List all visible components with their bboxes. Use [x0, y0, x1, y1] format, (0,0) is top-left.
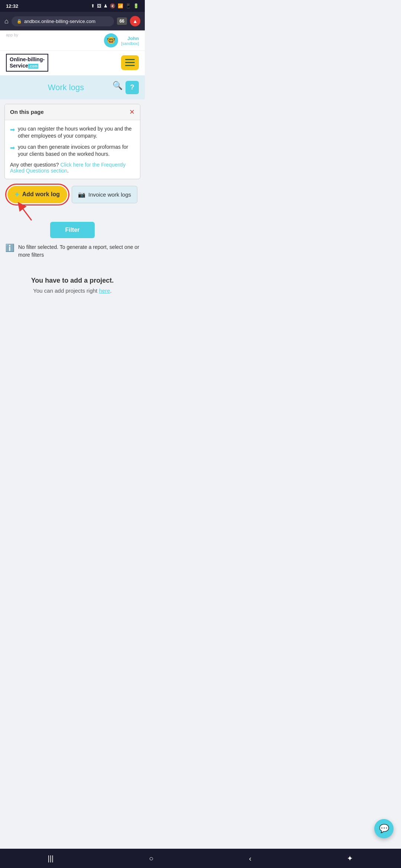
- arrow-up-icon: ▲: [133, 18, 138, 24]
- app-by-label: app by: [6, 33, 18, 37]
- page-title: Work logs: [19, 83, 113, 92]
- page-title-bar: Work logs 🔍 ?: [0, 76, 145, 99]
- url-text: andbox.online-billing-service.com: [24, 19, 95, 24]
- wifi-icon: 📶: [118, 3, 123, 9]
- invoice-work-logs-label: Invoice work logs: [88, 191, 131, 198]
- avatar: 🤓: [104, 33, 118, 47]
- url-bar[interactable]: 🔒 andbox.online-billing-service.com: [12, 16, 114, 26]
- hamburger-menu-button[interactable]: [121, 55, 139, 70]
- title-actions: 🔍 ?: [113, 81, 139, 94]
- faq-text: Any other questions? Click here for the …: [10, 162, 135, 174]
- faq-prefix: Any other questions?: [10, 162, 59, 168]
- project-msg-sub: You can add projects right here.: [7, 287, 137, 294]
- tab-count[interactable]: 66: [117, 17, 127, 25]
- add-worklog-label: Add work log: [22, 191, 60, 198]
- user-role: [sandbox]: [121, 41, 139, 46]
- hamburger-line: [125, 59, 135, 60]
- project-link[interactable]: here: [99, 287, 110, 294]
- add-worklog-wrapper: + Add work log: [7, 186, 67, 203]
- arrow-annotation: [15, 202, 37, 224]
- plus-icon: +: [15, 190, 19, 199]
- browser-bar: ⌂ 🔒 andbox.online-billing-service.com 66…: [0, 12, 145, 30]
- user-name: John: [121, 36, 139, 41]
- logo: Online-billing- Service.com: [6, 54, 48, 72]
- project-message: You have to add a project. You can add p…: [0, 266, 145, 305]
- help-button[interactable]: ?: [125, 81, 139, 94]
- image-icon: 🖼: [97, 3, 101, 9]
- info-box-header: On this page ✕: [5, 104, 140, 120]
- upload-icon: ⬆: [91, 3, 95, 9]
- arrow-icon-1: ➡: [10, 126, 15, 140]
- info-item-2: ➡ you can then generate invoices or prof…: [10, 144, 135, 158]
- filter-notice-text: No filter selected. To generate a report…: [18, 243, 140, 259]
- signal-icon: 📱: [125, 3, 131, 9]
- home-icon[interactable]: ⌂: [4, 17, 9, 25]
- logo-area: Online-billing- Service.com: [0, 51, 145, 76]
- header-right: 🤓 John [sandbox]: [104, 33, 139, 47]
- notice-icon: ℹ️: [5, 243, 14, 252]
- add-work-log-button[interactable]: + Add work log: [7, 186, 67, 203]
- filter-notice: ℹ️ No filter selected. To generate a rep…: [0, 243, 145, 259]
- project-msg-suffix: .: [110, 287, 111, 294]
- info-box: On this page ✕ ➡ you can register the ho…: [4, 104, 140, 179]
- arrow-icon-2: ➡: [10, 144, 15, 158]
- lock-icon: 🔒: [17, 19, 22, 24]
- filter-area: Filter: [4, 222, 140, 238]
- invoice-work-logs-button[interactable]: 📷 Invoice work logs: [72, 186, 137, 203]
- invoice-icon: 📷: [78, 191, 85, 198]
- action-buttons-area: + Add work log 📷 Invoice work logs: [4, 186, 140, 203]
- logo-text: Online-billing- Service.com: [10, 56, 45, 69]
- hamburger-line: [125, 62, 135, 63]
- hamburger-line: [125, 65, 135, 66]
- browser-action-button[interactable]: ▲: [130, 16, 140, 26]
- status-time: 12:32: [6, 3, 18, 9]
- info-text-2: you can then generate invoices or profor…: [18, 144, 135, 158]
- user-info: John [sandbox]: [121, 36, 139, 46]
- mute-icon: 🔇: [110, 3, 115, 9]
- status-bar: 12:32 ⬆ 🖼 ♟ 🔇 📶 📱 🔋: [0, 0, 145, 12]
- person-icon: ♟: [104, 3, 108, 9]
- faq-suffix: .: [67, 168, 69, 174]
- project-msg-prefix: You can add projects right: [33, 287, 99, 294]
- search-button[interactable]: 🔍: [113, 81, 123, 94]
- status-icons: ⬆ 🖼 ♟ 🔇 📶 📱 🔋: [91, 3, 139, 9]
- info-item-1: ➡ you can register the hours worked by y…: [10, 125, 135, 140]
- info-text-1: you can register the hours worked by you…: [18, 125, 135, 140]
- battery-icon: 🔋: [133, 3, 139, 9]
- info-box-close-button[interactable]: ✕: [129, 108, 135, 116]
- info-box-body: ➡ you can register the hours worked by y…: [5, 120, 140, 179]
- filter-button[interactable]: Filter: [50, 222, 94, 238]
- info-box-title: On this page: [10, 109, 44, 115]
- project-msg-title: You have to add a project.: [7, 277, 137, 285]
